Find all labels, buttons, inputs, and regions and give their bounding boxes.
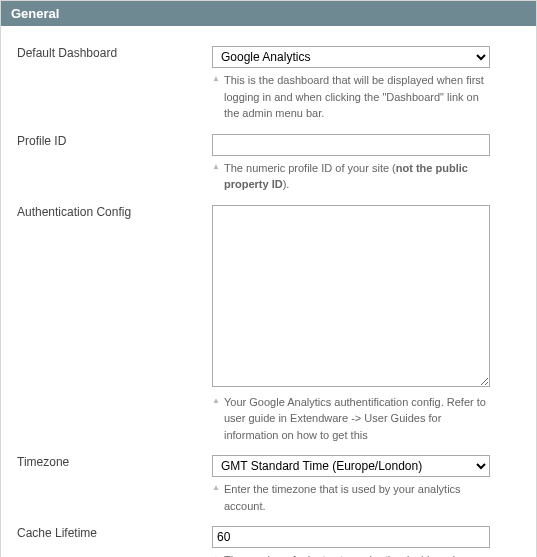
label-auth-config: Authentication Config xyxy=(11,199,206,450)
label-default-dashboard: Default Dashboard xyxy=(11,40,206,128)
hint-text-suffix: ). xyxy=(283,178,290,190)
general-settings-panel: General Default Dashboard Google Analyti… xyxy=(0,0,537,557)
hint-marker-icon: ▲ xyxy=(212,161,220,173)
row-auth-config: Authentication Config ▲ Your Google Anal… xyxy=(11,199,526,450)
hint-text: Your Google Analytics authentification c… xyxy=(224,396,486,441)
form-table: Default Dashboard Google Analytics ▲ Thi… xyxy=(11,40,526,557)
row-profile-id: Profile ID ▲ The numeric profile ID of y… xyxy=(11,128,526,199)
hint-marker-icon: ▲ xyxy=(212,553,220,557)
row-default-dashboard: Default Dashboard Google Analytics ▲ Thi… xyxy=(11,40,526,128)
hint-text-prefix: The numeric profile ID of your site ( xyxy=(224,162,396,174)
row-timezone: Timezone GMT Standard Time (Europe/Londo… xyxy=(11,449,526,520)
timezone-select[interactable]: GMT Standard Time (Europe/London) xyxy=(212,455,490,477)
label-profile-id: Profile ID xyxy=(11,128,206,199)
panel-title: General xyxy=(1,1,536,26)
label-cache-lifetime: Cache Lifetime xyxy=(11,520,206,557)
hint-profile-id: ▲ The numeric profile ID of your site (n… xyxy=(212,160,490,193)
default-dashboard-select[interactable]: Google Analytics xyxy=(212,46,490,68)
panel-body: Default Dashboard Google Analytics ▲ Thi… xyxy=(1,26,536,557)
hint-marker-icon: ▲ xyxy=(212,395,220,407)
label-timezone: Timezone xyxy=(11,449,206,520)
hint-default-dashboard: ▲ This is the dashboard that will be dis… xyxy=(212,72,490,122)
auth-config-textarea[interactable] xyxy=(212,205,490,387)
row-cache-lifetime: Cache Lifetime ▲ The number of minutes t… xyxy=(11,520,526,557)
hint-marker-icon: ▲ xyxy=(212,482,220,494)
hint-timezone: ▲ Enter the timezone that is used by you… xyxy=(212,481,490,514)
hint-text: This is the dashboard that will be displ… xyxy=(224,74,484,119)
hint-marker-icon: ▲ xyxy=(212,73,220,85)
hint-text: Enter the timezone that is used by your … xyxy=(224,483,461,512)
hint-cache-lifetime: ▲ The number of minutes to cache the das… xyxy=(212,552,490,557)
profile-id-input[interactable] xyxy=(212,134,490,156)
cache-lifetime-input[interactable] xyxy=(212,526,490,548)
hint-auth-config: ▲ Your Google Analytics authentification… xyxy=(212,394,490,444)
